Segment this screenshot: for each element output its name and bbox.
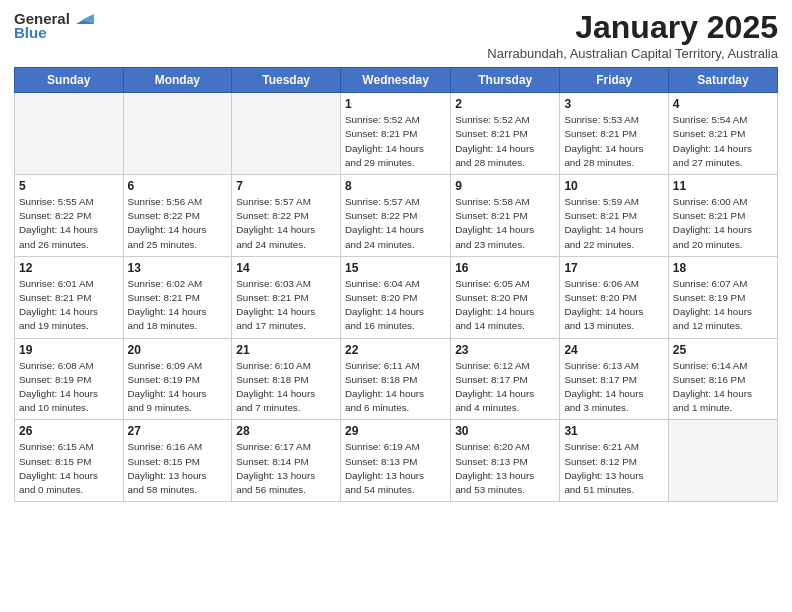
day-number: 31 [564, 424, 663, 438]
day-info: Sunrise: 6:12 AM Sunset: 8:17 PM Dayligh… [455, 359, 555, 416]
calendar-cell: 13Sunrise: 6:02 AM Sunset: 8:21 PM Dayli… [123, 256, 232, 338]
day-number: 2 [455, 97, 555, 111]
day-number: 19 [19, 343, 119, 357]
day-number: 3 [564, 97, 663, 111]
logo: General Blue [14, 10, 94, 42]
day-info: Sunrise: 6:04 AM Sunset: 8:20 PM Dayligh… [345, 277, 446, 334]
calendar-cell: 15Sunrise: 6:04 AM Sunset: 8:20 PM Dayli… [341, 256, 451, 338]
calendar-cell: 31Sunrise: 6:21 AM Sunset: 8:12 PM Dayli… [560, 420, 668, 502]
day-info: Sunrise: 5:55 AM Sunset: 8:22 PM Dayligh… [19, 195, 119, 252]
calendar-cell: 3Sunrise: 5:53 AM Sunset: 8:21 PM Daylig… [560, 93, 668, 175]
day-number: 11 [673, 179, 773, 193]
day-info: Sunrise: 5:59 AM Sunset: 8:21 PM Dayligh… [564, 195, 663, 252]
day-info: Sunrise: 6:21 AM Sunset: 8:12 PM Dayligh… [564, 440, 663, 497]
day-number: 22 [345, 343, 446, 357]
calendar-cell: 11Sunrise: 6:00 AM Sunset: 8:21 PM Dayli… [668, 175, 777, 257]
header: General Blue January 2025 Narrabundah, A… [14, 10, 778, 61]
day-info: Sunrise: 6:03 AM Sunset: 8:21 PM Dayligh… [236, 277, 336, 334]
day-info: Sunrise: 6:15 AM Sunset: 8:15 PM Dayligh… [19, 440, 119, 497]
day-info: Sunrise: 5:54 AM Sunset: 8:21 PM Dayligh… [673, 113, 773, 170]
calendar-cell: 23Sunrise: 6:12 AM Sunset: 8:17 PM Dayli… [451, 338, 560, 420]
day-info: Sunrise: 5:52 AM Sunset: 8:21 PM Dayligh… [345, 113, 446, 170]
day-number: 13 [128, 261, 228, 275]
calendar-cell: 9Sunrise: 5:58 AM Sunset: 8:21 PM Daylig… [451, 175, 560, 257]
calendar-cell: 14Sunrise: 6:03 AM Sunset: 8:21 PM Dayli… [232, 256, 341, 338]
calendar-cell [123, 93, 232, 175]
day-number: 30 [455, 424, 555, 438]
day-number: 12 [19, 261, 119, 275]
page: General Blue January 2025 Narrabundah, A… [0, 0, 792, 612]
col-sunday: Sunday [15, 68, 124, 93]
day-number: 16 [455, 261, 555, 275]
day-number: 21 [236, 343, 336, 357]
day-info: Sunrise: 6:08 AM Sunset: 8:19 PM Dayligh… [19, 359, 119, 416]
day-number: 8 [345, 179, 446, 193]
day-number: 24 [564, 343, 663, 357]
day-number: 7 [236, 179, 336, 193]
day-number: 20 [128, 343, 228, 357]
col-friday: Friday [560, 68, 668, 93]
col-saturday: Saturday [668, 68, 777, 93]
calendar-cell: 12Sunrise: 6:01 AM Sunset: 8:21 PM Dayli… [15, 256, 124, 338]
col-thursday: Thursday [451, 68, 560, 93]
day-number: 4 [673, 97, 773, 111]
day-number: 9 [455, 179, 555, 193]
calendar-cell: 10Sunrise: 5:59 AM Sunset: 8:21 PM Dayli… [560, 175, 668, 257]
calendar-cell: 18Sunrise: 6:07 AM Sunset: 8:19 PM Dayli… [668, 256, 777, 338]
day-number: 18 [673, 261, 773, 275]
calendar-table: Sunday Monday Tuesday Wednesday Thursday… [14, 67, 778, 502]
calendar-cell: 27Sunrise: 6:16 AM Sunset: 8:15 PM Dayli… [123, 420, 232, 502]
calendar-cell: 8Sunrise: 5:57 AM Sunset: 8:22 PM Daylig… [341, 175, 451, 257]
day-number: 15 [345, 261, 446, 275]
day-info: Sunrise: 5:52 AM Sunset: 8:21 PM Dayligh… [455, 113, 555, 170]
calendar-cell [232, 93, 341, 175]
day-number: 26 [19, 424, 119, 438]
day-info: Sunrise: 6:13 AM Sunset: 8:17 PM Dayligh… [564, 359, 663, 416]
calendar-cell: 26Sunrise: 6:15 AM Sunset: 8:15 PM Dayli… [15, 420, 124, 502]
day-info: Sunrise: 6:10 AM Sunset: 8:18 PM Dayligh… [236, 359, 336, 416]
calendar-cell: 29Sunrise: 6:19 AM Sunset: 8:13 PM Dayli… [341, 420, 451, 502]
day-info: Sunrise: 6:16 AM Sunset: 8:15 PM Dayligh… [128, 440, 228, 497]
calendar-week-row-1: 5Sunrise: 5:55 AM Sunset: 8:22 PM Daylig… [15, 175, 778, 257]
calendar-cell: 16Sunrise: 6:05 AM Sunset: 8:20 PM Dayli… [451, 256, 560, 338]
calendar-cell: 17Sunrise: 6:06 AM Sunset: 8:20 PM Dayli… [560, 256, 668, 338]
day-info: Sunrise: 5:56 AM Sunset: 8:22 PM Dayligh… [128, 195, 228, 252]
day-info: Sunrise: 6:09 AM Sunset: 8:19 PM Dayligh… [128, 359, 228, 416]
calendar-cell: 4Sunrise: 5:54 AM Sunset: 8:21 PM Daylig… [668, 93, 777, 175]
col-monday: Monday [123, 68, 232, 93]
calendar-week-row-2: 12Sunrise: 6:01 AM Sunset: 8:21 PM Dayli… [15, 256, 778, 338]
day-number: 5 [19, 179, 119, 193]
calendar-week-row-3: 19Sunrise: 6:08 AM Sunset: 8:19 PM Dayli… [15, 338, 778, 420]
day-number: 29 [345, 424, 446, 438]
day-info: Sunrise: 6:00 AM Sunset: 8:21 PM Dayligh… [673, 195, 773, 252]
col-wednesday: Wednesday [341, 68, 451, 93]
calendar-cell: 21Sunrise: 6:10 AM Sunset: 8:18 PM Dayli… [232, 338, 341, 420]
day-number: 25 [673, 343, 773, 357]
calendar-cell: 5Sunrise: 5:55 AM Sunset: 8:22 PM Daylig… [15, 175, 124, 257]
calendar-header-row: Sunday Monday Tuesday Wednesday Thursday… [15, 68, 778, 93]
calendar-cell [668, 420, 777, 502]
day-info: Sunrise: 5:57 AM Sunset: 8:22 PM Dayligh… [345, 195, 446, 252]
day-info: Sunrise: 6:14 AM Sunset: 8:16 PM Dayligh… [673, 359, 773, 416]
day-info: Sunrise: 5:57 AM Sunset: 8:22 PM Dayligh… [236, 195, 336, 252]
calendar-week-row-0: 1Sunrise: 5:52 AM Sunset: 8:21 PM Daylig… [15, 93, 778, 175]
location-subtitle: Narrabundah, Australian Capital Territor… [487, 46, 778, 61]
month-title: January 2025 [487, 10, 778, 45]
day-number: 10 [564, 179, 663, 193]
calendar-cell: 24Sunrise: 6:13 AM Sunset: 8:17 PM Dayli… [560, 338, 668, 420]
day-info: Sunrise: 6:06 AM Sunset: 8:20 PM Dayligh… [564, 277, 663, 334]
day-info: Sunrise: 6:19 AM Sunset: 8:13 PM Dayligh… [345, 440, 446, 497]
day-info: Sunrise: 6:17 AM Sunset: 8:14 PM Dayligh… [236, 440, 336, 497]
calendar-week-row-4: 26Sunrise: 6:15 AM Sunset: 8:15 PM Dayli… [15, 420, 778, 502]
day-info: Sunrise: 6:20 AM Sunset: 8:13 PM Dayligh… [455, 440, 555, 497]
day-number: 14 [236, 261, 336, 275]
day-number: 27 [128, 424, 228, 438]
calendar-cell: 19Sunrise: 6:08 AM Sunset: 8:19 PM Dayli… [15, 338, 124, 420]
day-info: Sunrise: 6:11 AM Sunset: 8:18 PM Dayligh… [345, 359, 446, 416]
day-info: Sunrise: 5:58 AM Sunset: 8:21 PM Dayligh… [455, 195, 555, 252]
calendar-cell: 20Sunrise: 6:09 AM Sunset: 8:19 PM Dayli… [123, 338, 232, 420]
calendar-cell: 30Sunrise: 6:20 AM Sunset: 8:13 PM Dayli… [451, 420, 560, 502]
calendar-cell: 28Sunrise: 6:17 AM Sunset: 8:14 PM Dayli… [232, 420, 341, 502]
calendar-cell: 2Sunrise: 5:52 AM Sunset: 8:21 PM Daylig… [451, 93, 560, 175]
day-info: Sunrise: 6:07 AM Sunset: 8:19 PM Dayligh… [673, 277, 773, 334]
